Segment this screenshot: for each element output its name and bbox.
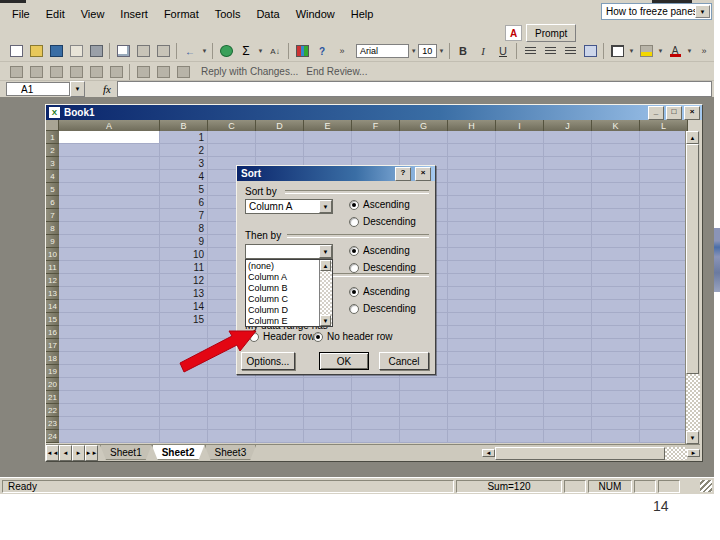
reply-with-changes-button[interactable]: Reply with Changes... (201, 66, 298, 77)
row-header-24[interactable]: 24 (46, 430, 59, 443)
new-comment-icon[interactable] (7, 64, 25, 80)
cell-l7[interactable] (640, 209, 688, 222)
chevron-down-icon[interactable]: ▼ (319, 200, 332, 213)
sort-ascending-icon[interactable] (266, 43, 284, 59)
cell-l23[interactable] (640, 417, 688, 430)
cell-j22[interactable] (544, 404, 592, 417)
cell-e21[interactable] (304, 391, 352, 404)
cell-k9[interactable] (592, 235, 640, 248)
cell-l16[interactable] (640, 326, 688, 339)
cell-l5[interactable] (640, 183, 688, 196)
cell-k12[interactable] (592, 274, 640, 287)
cell-e20[interactable] (304, 378, 352, 391)
cell-f22[interactable] (352, 404, 400, 417)
cell-h13[interactable] (448, 287, 496, 300)
column-header-j[interactable]: J (544, 120, 592, 131)
save-icon[interactable] (47, 43, 65, 59)
cell-g24[interactable] (400, 430, 448, 443)
align-center-icon[interactable] (541, 43, 559, 59)
cell-g23[interactable] (400, 417, 448, 430)
cell-a24[interactable] (59, 430, 160, 443)
column-header-i[interactable]: I (496, 120, 544, 131)
cell-b12[interactable]: 12 (160, 274, 208, 287)
cell-i19[interactable] (496, 365, 544, 378)
cell-i1[interactable] (496, 131, 544, 144)
cell-a4[interactable] (59, 170, 160, 183)
cell-k18[interactable] (592, 352, 640, 365)
then-by-combobox[interactable]: ▼ (245, 244, 333, 259)
zoom-icon[interactable] (313, 43, 331, 59)
cell-l17[interactable] (640, 339, 688, 352)
scroll-up-icon[interactable]: ▲ (320, 260, 331, 271)
then-by-2-ascending-option[interactable]: Ascending (349, 286, 410, 297)
cell-j10[interactable] (544, 248, 592, 261)
row-header-5[interactable]: 5 (46, 183, 59, 196)
minimize-button[interactable]: _ (648, 106, 664, 120)
last-sheet-icon[interactable]: ►► (85, 445, 98, 461)
cell-i2[interactable] (496, 144, 544, 157)
cell-h5[interactable] (448, 183, 496, 196)
cell-l22[interactable] (640, 404, 688, 417)
cell-a13[interactable] (59, 287, 160, 300)
cell-j19[interactable] (544, 365, 592, 378)
cell-h20[interactable] (448, 378, 496, 391)
column-header-c[interactable]: C (208, 120, 256, 131)
hyperlink-icon[interactable] (217, 43, 235, 59)
copy-icon[interactable] (154, 43, 172, 59)
cell-i11[interactable] (496, 261, 544, 274)
row-header-18[interactable]: 18 (46, 352, 59, 365)
list-scrollbar[interactable]: ▲ ▼ (319, 260, 332, 326)
scroll-right-icon[interactable]: ► (687, 449, 700, 457)
cell-i4[interactable] (496, 170, 544, 183)
cell-h3[interactable] (448, 157, 496, 170)
vertical-scrollbar[interactable]: ▲ ▼ (685, 131, 700, 444)
row-header-11[interactable]: 11 (46, 261, 59, 274)
row-header-13[interactable]: 13 (46, 287, 59, 300)
row-header-9[interactable]: 9 (46, 235, 59, 248)
then-by-ascending-option[interactable]: Ascending (349, 245, 410, 256)
cell-j5[interactable] (544, 183, 592, 196)
cell-f21[interactable] (352, 391, 400, 404)
cell-k5[interactable] (592, 183, 640, 196)
column-header-k[interactable]: K (592, 120, 640, 131)
autosum-icon[interactable] (237, 43, 255, 59)
cell-i9[interactable] (496, 235, 544, 248)
cell-j6[interactable] (544, 196, 592, 209)
cell-h8[interactable] (448, 222, 496, 235)
update-file-icon[interactable] (134, 64, 152, 80)
ask-a-question-box[interactable]: How to freeze panes ▼ (601, 3, 712, 20)
next-sheet-icon[interactable]: ► (72, 445, 85, 461)
mail-icon[interactable] (67, 43, 85, 59)
cell-l20[interactable] (640, 378, 688, 391)
underline-icon[interactable] (494, 43, 512, 59)
cell-a12[interactable] (59, 274, 160, 287)
row-header-22[interactable]: 22 (46, 404, 59, 417)
cell-h10[interactable] (448, 248, 496, 261)
chart-icon[interactable] (293, 43, 311, 59)
cell-a1[interactable] (59, 131, 160, 144)
close-icon[interactable]: × (415, 167, 431, 181)
more-buttons-icon[interactable] (695, 43, 713, 59)
cell-h2[interactable] (448, 144, 496, 157)
cell-i23[interactable] (496, 417, 544, 430)
previous-sheet-icon[interactable]: ◄ (59, 445, 72, 461)
cell-h24[interactable] (448, 430, 496, 443)
cell-d22[interactable] (256, 404, 304, 417)
select-all-corner[interactable] (46, 120, 59, 131)
cell-h9[interactable] (448, 235, 496, 248)
scroll-left-icon[interactable]: ◄ (482, 449, 495, 457)
cell-a18[interactable] (59, 352, 160, 365)
sort-dialog-titlebar[interactable]: Sort ? × (237, 166, 435, 181)
cell-h11[interactable] (448, 261, 496, 274)
vertical-scroll-thumb[interactable] (686, 144, 699, 374)
cell-h21[interactable] (448, 391, 496, 404)
cell-k17[interactable] (592, 339, 640, 352)
cell-a16[interactable] (59, 326, 160, 339)
font-size-combobox[interactable]: 10 (418, 44, 437, 58)
cell-d2[interactable] (256, 144, 304, 157)
borders-dd[interactable]: ▼ (627, 43, 636, 59)
cell-j24[interactable] (544, 430, 592, 443)
cell-l11[interactable] (640, 261, 688, 274)
cell-j8[interactable] (544, 222, 592, 235)
cell-e22[interactable] (304, 404, 352, 417)
